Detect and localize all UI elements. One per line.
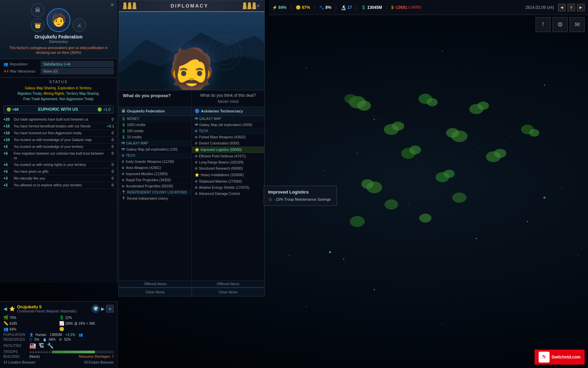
trade-item-100credits[interactable]: 💲 100 credits (119, 128, 192, 134)
svg-point-36 (477, 102, 489, 110)
planet-next-button[interactable]: ▶ (101, 306, 105, 311)
right-icon-panel: ! ⚙ ✉ (536, 17, 585, 32)
left-faction-icon: 🏛 (121, 109, 126, 113)
relation-item: +2 You allowed us to explore within your… (0, 182, 117, 189)
alert-button[interactable]: ! (536, 17, 551, 32)
stripe-1 (123, 2, 127, 9)
settings-button[interactable]: ⚙ (553, 17, 568, 32)
reputation-row: 👥 Reputation Satisfactory (+4) (3, 61, 114, 67)
galaxy-map-section-header-left: 🗺 GALAXY MAP (119, 140, 192, 147)
hud-research: 🔬 17 (341, 5, 352, 10)
colony-icon: 📍 (121, 190, 126, 194)
left-trade-scroll[interactable]: 💲 MONEY 💲 1000 credits 💲 100 credits 💲 1… (119, 116, 192, 280)
planet-income: 📈 195K @ 19% = 36K (59, 321, 114, 326)
faction-header: ✕ 🏛 👑 🧑 ⚔ Orujukefu Federation Democracy… (0, 0, 117, 59)
svg-point-11 (527, 221, 528, 222)
euphoric-bar: 🟢 +68 EUPHORIC WITH US 🟢 +1.0 (3, 105, 114, 113)
prev-button[interactable]: ◀ (558, 4, 566, 11)
left-faction-name: Orujukefu Federation (127, 109, 165, 113)
never-mind-button[interactable]: Never mind (196, 99, 261, 104)
svg-point-39 (419, 214, 431, 223)
tech-item-icon: ⚙ (121, 166, 125, 170)
colony-item-icon: 📍 (121, 197, 126, 200)
pause-button[interactable]: ⏸ (568, 4, 575, 11)
trade-item-efficient-pd[interactable]: ⚙ Efficient Point Defense (47471) (192, 153, 265, 159)
colony-section-header: 📍 INDEPENDENT COLONY LOCATIONS (119, 189, 192, 196)
tech-section-header-left: ⚙ TECH (119, 153, 192, 159)
diplomacy-close-button[interactable]: ✕ (256, 3, 260, 9)
portrait-small-1: 🏛 (31, 3, 45, 17)
diplomat-portrait: 🏛 Orujukefu Federation Euphoric with us (119, 12, 264, 90)
mail-button[interactable]: ✉ (570, 17, 585, 32)
svg-line-44 (459, 136, 493, 157)
trade-item-heavy-inst[interactable]: ⭐ Heavy Installations (150000) (192, 172, 265, 179)
trade-item-structured[interactable]: ⚙ Structured Research (90000) (192, 166, 265, 172)
svg-point-24 (446, 128, 459, 138)
clear-left-button[interactable]: Clear Items (119, 288, 192, 296)
trade-col-header-left: 🏛 Orujukefu Federation (119, 107, 192, 116)
faction-warning: This faction's outrageous provocations g… (3, 46, 114, 55)
trade-item-improved-logistics[interactable]: ⭐ Improved Logistics (59000) (192, 147, 265, 153)
trade-item-area-weapons[interactable]: ⚙ Area Weapons (42661) (119, 165, 192, 171)
planet-prev-button[interactable]: ◀ (3, 306, 7, 311)
svg-point-37 (385, 199, 398, 210)
trade-item-ablative[interactable]: ⚙ Ablative Energy Shields (174375) (192, 185, 265, 191)
svg-point-12 (578, 255, 579, 256)
trade-item-early-gravitic[interactable]: ⚙ Early Gravitic Weapons (11248) (119, 159, 192, 165)
svg-point-32 (494, 149, 506, 158)
trade-item-galaxy-map-left[interactable]: 🗺 Galaxy Map (all exploration) (150) (119, 147, 192, 153)
trade-item-1000credits[interactable]: 💲 1000 credits (119, 122, 192, 128)
war-weariness-row: ✕4 War Weariness None (0) (3, 68, 114, 74)
svg-point-8 (289, 255, 290, 256)
relation-item: +3 We naturally like you 0 (0, 175, 117, 182)
planet-thumbnail: 🌍 (92, 305, 100, 313)
next-button[interactable]: ▶ (577, 4, 585, 11)
nintendo-badge: N Switchntd.com (535, 350, 585, 365)
planet-menu-button[interactable]: ⊞ (106, 305, 114, 312)
money-icon: 💲 (121, 117, 126, 121)
trade-item-galaxy-map-right[interactable]: 🗺 Galaxy Map (all exploration) (4500) (192, 122, 265, 128)
galaxy-map-icon-right: 🗺 (195, 117, 198, 121)
trade-col-left: 💲 MONEY 💲 1000 credits 💲 100 credits 💲 1… (119, 116, 192, 287)
trade-item-improved-missiles[interactable]: ⚙ Improved Missiles (113950) (119, 171, 192, 177)
svg-point-18 (344, 94, 357, 104)
trade-item-shipboard[interactable]: ⚙ Shipboard Marines (274000) (192, 179, 265, 185)
faction-panel: ✕ 🏛 👑 🧑 ⚔ Orujukefu Federation Democracy… (0, 0, 117, 283)
galaxy-map-section-header-right: 🗺 GALAXY MAP (192, 116, 265, 122)
right-trade-scroll[interactable]: 🗺 GALAXY MAP 🗺 Galaxy Map (all explorati… (192, 116, 265, 280)
trade-item-10credits[interactable]: 💲 10 credits (119, 134, 192, 140)
hud-happiness: 😊 87% (296, 5, 310, 10)
clear-right-button[interactable]: Clear Items (192, 288, 265, 296)
tech-icon-sm: ⚙ (195, 180, 198, 183)
planet-header: ◀ ⭐ Orujukefu 5 Continental Planet (Maje… (3, 304, 114, 313)
svg-line-45 (408, 153, 442, 177)
faction-close-button[interactable]: ✕ (110, 2, 114, 7)
improved-logistics-tooltip: Improved Logistics ☆ -10% Troop Maintena… (264, 186, 337, 206)
svg-line-41 (357, 102, 391, 129)
status-tags: Galaxy Map Sharing, Exploration in Terri… (3, 86, 114, 102)
relation-item: +10 You have honored our Non-Aggression … (0, 130, 117, 137)
trade-item-desert-col[interactable]: ⚙ Desert Colonization (6000) (192, 140, 265, 147)
svg-point-38 (350, 216, 365, 227)
tooltip-title: Improved Logistics (268, 189, 332, 195)
trade-col-header-right: 🔵 Ackdarian Technocracy (192, 107, 265, 116)
planet-bonuses: 14 Location Bonuses 18 Empire Bonuses (3, 359, 114, 365)
planet-quality: 🌿 70% (3, 315, 58, 320)
svg-point-0 (306, 68, 307, 68)
tech-item-icon: ⚙ (121, 178, 125, 182)
tooltip-star-icon: ☆ (268, 197, 273, 202)
hud-date: 2814.02.09 (x4) (525, 5, 554, 10)
trade-item-pulsed-blast[interactable]: ⚙ Pulsed Blast Weapons (43602) (192, 134, 265, 140)
map-icon-right: 🗺 (195, 123, 198, 127)
trade-item-advanced-dc[interactable]: ⚙ Advanced Damage Control (192, 191, 265, 197)
trade-item-reveal-colony[interactable]: 📍 Reveal independent colony (119, 196, 192, 202)
relation-item: +10 You trusted us with knowledge of you… (0, 137, 117, 143)
war-weariness-label: ✕4 War Weariness (3, 69, 41, 74)
trade-item-accelerated[interactable]: ⚙ Accelerated Projectiles (58100) (119, 183, 192, 189)
stripe-3 (132, 2, 136, 9)
tooltip-effect: -10% Troop Maintenance Savings (275, 197, 331, 201)
trade-item-rapid-fire[interactable]: ⚙ Rapid Fire Projectiles (34356) (119, 177, 192, 183)
trade-item-long-range[interactable]: ⚙ Long Range Beams (182169) (192, 159, 265, 166)
relation-item: +5 You trusted us with knowledge of your… (0, 143, 117, 150)
svg-point-1 (374, 119, 375, 120)
